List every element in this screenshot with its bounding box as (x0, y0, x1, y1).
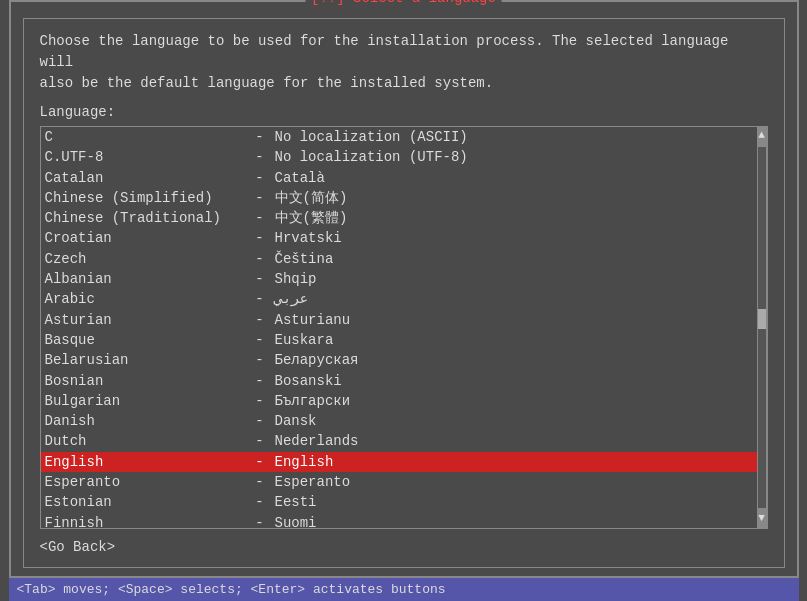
list-item[interactable]: English-English (41, 452, 757, 472)
lang-name: Finnish (45, 513, 245, 528)
lang-name: C (45, 127, 245, 147)
list-item[interactable]: Finnish-Suomi (41, 513, 757, 528)
lang-dash: - (245, 269, 275, 289)
lang-dash: - (245, 472, 275, 492)
lang-dash: - (245, 350, 275, 370)
lang-name: Basque (45, 330, 245, 350)
go-back-button[interactable]: <Go Back> (40, 539, 116, 555)
lang-dash: - (245, 391, 275, 411)
lang-name: Chinese (Traditional) (45, 208, 245, 228)
lang-native: 中文(简体) (275, 188, 753, 208)
lang-name: Dutch (45, 431, 245, 451)
go-back-section: <Go Back> (40, 539, 768, 555)
status-bar: <Tab> moves; <Space> selects; <Enter> ac… (9, 578, 799, 601)
list-item[interactable]: Dutch-Nederlands (41, 431, 757, 451)
list-item[interactable]: Albanian-Shqip (41, 269, 757, 289)
lang-native: Български (275, 391, 753, 411)
lang-native: Čeština (275, 249, 753, 269)
lang-name: Czech (45, 249, 245, 269)
lang-dash: - (245, 513, 275, 528)
lang-native: Nederlands (275, 431, 753, 451)
lang-name: Esperanto (45, 472, 245, 492)
lang-native: Euskara (275, 330, 753, 350)
lang-name: Asturian (45, 310, 245, 330)
lang-name: Catalan (45, 168, 245, 188)
lang-native: No localization (UTF-8) (275, 147, 753, 167)
lang-name: C.UTF-8 (45, 147, 245, 167)
lang-native: عربي (275, 289, 753, 309)
scrollbar-thumb (758, 309, 766, 329)
lang-name: Croatian (45, 228, 245, 248)
list-item[interactable]: Esperanto-Esperanto (41, 472, 757, 492)
lang-native: Asturianu (275, 310, 753, 330)
lang-name: Danish (45, 411, 245, 431)
list-item[interactable]: Danish-Dansk (41, 411, 757, 431)
list-item[interactable]: Bosnian-Bosanski (41, 371, 757, 391)
lang-dash: - (245, 147, 275, 167)
lang-name: Belarusian (45, 350, 245, 370)
lang-native: No localization (ASCII) (275, 127, 753, 147)
lang-dash: - (245, 127, 275, 147)
lang-dash: - (245, 492, 275, 512)
lang-name: Chinese (Simplified) (45, 188, 245, 208)
list-item[interactable]: Chinese (Traditional)-中文(繁體) (41, 208, 757, 228)
lang-name: Albanian (45, 269, 245, 289)
lang-dash: - (245, 330, 275, 350)
lang-dash: - (245, 371, 275, 391)
lang-native: 中文(繁體) (275, 208, 753, 228)
lang-name: English (45, 452, 245, 472)
dialog-content: Choose the language to be used for the i… (23, 18, 785, 568)
lang-dash: - (245, 452, 275, 472)
list-item[interactable]: C-No localization (ASCII) (41, 127, 757, 147)
list-item[interactable]: C.UTF-8-No localization (UTF-8) (41, 147, 757, 167)
language-list-container: C-No localization (ASCII)C.UTF-8-No loca… (40, 126, 768, 529)
lang-native: Беларуская (275, 350, 753, 370)
lang-dash: - (245, 208, 275, 228)
scrollbar-track (758, 147, 766, 509)
list-item[interactable]: Basque-Euskara (41, 330, 757, 350)
dialog-title: [!!] Select a language (305, 0, 502, 6)
list-item[interactable]: Croatian-Hrvatski (41, 228, 757, 248)
lang-native: English (275, 452, 753, 472)
lang-dash: - (245, 289, 275, 309)
lang-native: Català (275, 168, 753, 188)
list-item[interactable]: Estonian-Eesti (41, 492, 757, 512)
lang-native: Hrvatski (275, 228, 753, 248)
description-line1: Choose the language to be used for the i… (40, 31, 768, 73)
list-item[interactable]: Chinese (Simplified)-中文(简体) (41, 188, 757, 208)
lang-dash: - (245, 228, 275, 248)
lang-native: Bosanski (275, 371, 753, 391)
lang-native: Esperanto (275, 472, 753, 492)
lang-name: Estonian (45, 492, 245, 512)
list-item[interactable]: Catalan-Català (41, 168, 757, 188)
lang-name: Arabic (45, 289, 245, 309)
description-line2: also be the default language for the ins… (40, 73, 768, 94)
lang-native: Shqip (275, 269, 753, 289)
lang-dash: - (245, 168, 275, 188)
lang-name: Bosnian (45, 371, 245, 391)
lang-dash: - (245, 188, 275, 208)
scroll-up-arrow[interactable]: ▲ (758, 127, 765, 145)
lang-native: Eesti (275, 492, 753, 512)
lang-dash: - (245, 431, 275, 451)
list-item[interactable]: Czech-Čeština (41, 249, 757, 269)
lang-name: Bulgarian (45, 391, 245, 411)
dialog-frame: [!!] Select a language Choose the langua… (9, 0, 799, 578)
lang-dash: - (245, 411, 275, 431)
lang-dash: - (245, 249, 275, 269)
language-label: Language: (40, 104, 768, 120)
list-item[interactable]: Belarusian-Беларуская (41, 350, 757, 370)
language-list[interactable]: C-No localization (ASCII)C.UTF-8-No loca… (41, 127, 757, 528)
list-item[interactable]: Arabic-عربي (41, 289, 757, 309)
scroll-down-arrow[interactable]: ▼ (758, 510, 765, 528)
description-text: Choose the language to be used for the i… (40, 31, 768, 94)
lang-dash: - (245, 310, 275, 330)
list-item[interactable]: Bulgarian-Български (41, 391, 757, 411)
lang-native: Dansk (275, 411, 753, 431)
list-item[interactable]: Asturian-Asturianu (41, 310, 757, 330)
lang-native: Suomi (275, 513, 753, 528)
scrollbar[interactable]: ▲ ▼ (757, 127, 767, 528)
